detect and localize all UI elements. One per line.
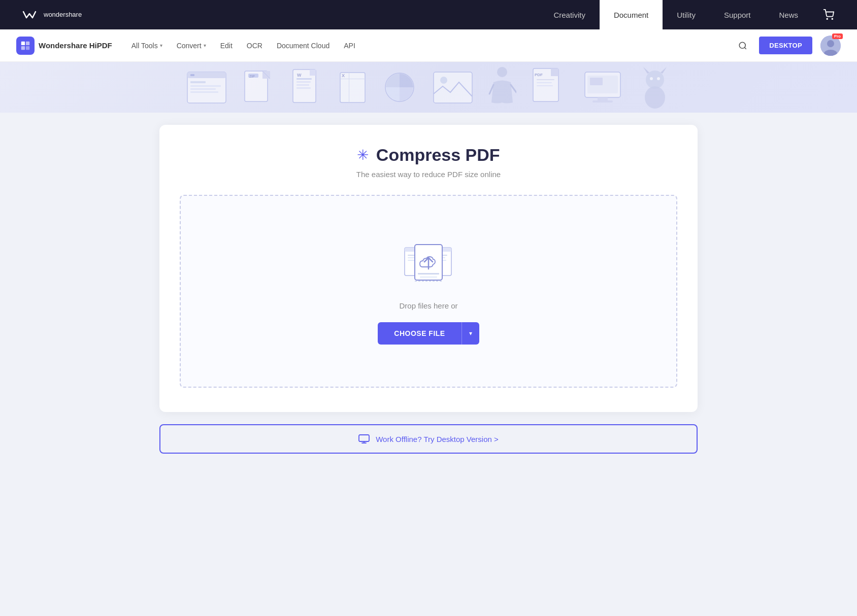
choose-file-dropdown-button[interactable]: ▾: [462, 322, 479, 345]
offline-text: Work Offline? Try Desktop Version >: [376, 435, 499, 443]
svg-rect-25: [296, 81, 311, 83]
page-title-section: ✳ Compress PDF The easiest way to reduce…: [180, 145, 677, 179]
svg-point-1: [827, 18, 828, 19]
svg-point-9: [827, 40, 834, 47]
top-nav-support[interactable]: Support: [710, 0, 765, 29]
svg-rect-4: [26, 41, 29, 45]
svg-rect-27: [296, 87, 311, 89]
secondary-nav-right: DESKTOP Pro: [735, 36, 841, 56]
pro-badge: Pro: [832, 33, 843, 39]
svg-rect-64: [420, 277, 437, 278]
svg-rect-31: [349, 73, 349, 102]
svg-rect-26: [296, 84, 309, 86]
svg-point-2: [832, 18, 833, 19]
page-title: Compress PDF: [376, 145, 500, 164]
svg-rect-24: [296, 78, 312, 80]
hipdf-logo-icon: [16, 37, 35, 55]
svg-rect-16: [190, 88, 216, 90]
svg-rect-44: [598, 97, 608, 100]
svg-rect-17: [190, 91, 218, 93]
svg-rect-45: [592, 100, 613, 102]
hipdf-brand-name: Wondershare HiPDF: [39, 41, 112, 50]
svg-rect-13: [190, 74, 194, 76]
svg-point-36: [497, 67, 507, 77]
nav-ocr[interactable]: OCR: [240, 29, 270, 62]
nav-all-tools[interactable]: All Tools ▾: [124, 29, 170, 62]
svg-text:W: W: [297, 73, 302, 78]
top-navigation: wondershare Creativity Document Utility …: [0, 0, 857, 29]
choose-file-wrapper: CHOOSE FILE ▾: [378, 322, 479, 345]
svg-rect-3: [21, 41, 25, 45]
svg-rect-15: [190, 85, 221, 87]
nav-api[interactable]: API: [337, 29, 362, 62]
svg-rect-34: [434, 72, 472, 103]
nav-document-cloud[interactable]: Document Cloud: [270, 29, 337, 62]
svg-rect-42: [537, 85, 553, 86]
wondershare-logo[interactable]: wondershare: [20, 6, 82, 24]
top-nav-document[interactable]: Document: [600, 0, 663, 29]
search-icon[interactable]: [735, 38, 751, 54]
svg-text:ZIP: ZIP: [249, 75, 255, 78]
svg-point-48: [645, 86, 665, 109]
offline-banner[interactable]: Work Offline? Try Desktop Version >: [159, 424, 698, 454]
secondary-navigation: Wondershare HiPDF All Tools ▾ Convert ▾ …: [0, 29, 857, 62]
user-avatar-container[interactable]: Pro: [820, 36, 841, 56]
desktop-button[interactable]: DESKTOP: [759, 37, 812, 54]
upload-illustration: [401, 238, 456, 289]
svg-point-51: [657, 77, 660, 80]
all-tools-chevron: ▾: [160, 43, 162, 48]
drop-text: Drop files here or: [399, 301, 457, 310]
top-nav-news[interactable]: News: [765, 0, 812, 29]
svg-rect-23: [310, 70, 316, 76]
svg-rect-14: [190, 81, 206, 83]
convert-chevron: ▾: [204, 43, 206, 48]
top-nav-creativity[interactable]: Creativity: [539, 0, 600, 29]
nav-convert[interactable]: Convert ▾: [170, 29, 213, 62]
top-nav-utility[interactable]: Utility: [663, 0, 710, 29]
svg-point-35: [440, 77, 447, 84]
svg-rect-66: [359, 435, 369, 441]
svg-point-50: [650, 77, 653, 80]
page-subtitle: The easiest way to reduce PDF size onlin…: [180, 170, 677, 179]
svg-text:PDF: PDF: [535, 73, 543, 77]
svg-rect-6: [26, 46, 29, 49]
file-drop-zone[interactable]: Drop files here or CHOOSE FILE ▾: [180, 195, 677, 388]
svg-rect-47: [590, 78, 603, 85]
main-content: ✳ Compress PDF The easiest way to reduce…: [0, 113, 857, 616]
hipdf-brand-logo[interactable]: Wondershare HiPDF: [16, 37, 112, 55]
top-nav-links: Creativity Document Utility Support News: [539, 0, 837, 29]
svg-rect-5: [21, 46, 25, 49]
svg-rect-41: [537, 82, 552, 83]
hero-illustrations: ZIP W X: [186, 64, 671, 110]
cart-icon[interactable]: [820, 7, 837, 23]
content-card: ✳ Compress PDF The easiest way to reduce…: [159, 125, 698, 412]
svg-rect-63: [418, 273, 439, 275]
svg-text:X: X: [342, 73, 345, 78]
svg-rect-30: [340, 79, 365, 79]
svg-point-7: [740, 42, 746, 48]
svg-rect-38: [551, 69, 558, 76]
svg-point-49: [646, 71, 664, 89]
choose-file-button[interactable]: CHOOSE FILE: [378, 322, 461, 345]
svg-rect-40: [537, 79, 554, 80]
nav-edit[interactable]: Edit: [213, 29, 240, 62]
monitor-icon: [358, 434, 370, 443]
hero-banner: ZIP W X: [0, 62, 857, 113]
compress-icon: ✳: [357, 147, 369, 163]
brand-name: wondershare: [44, 11, 82, 19]
